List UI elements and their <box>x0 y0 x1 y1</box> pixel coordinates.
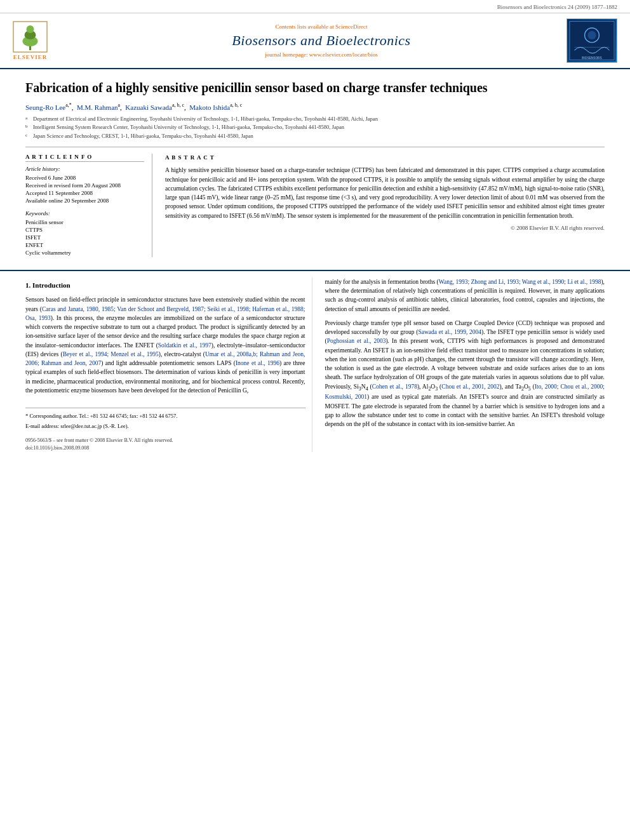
affiliations: a Department of Electrical and Electroni… <box>25 115 605 140</box>
elsevier-logo: ELSEVIER <box>13 21 48 60</box>
journal-cover-area: BIOSENSORS <box>554 18 617 63</box>
received-revised-date: Received in revised form 20 August 2008 <box>25 182 144 189</box>
affil-c: c Japan Science and Technology, CREST, 1… <box>25 132 605 140</box>
body-container: 1. Introduction Sensors based on field-e… <box>0 270 630 458</box>
article-info-col: A R T I C L E I N F O Article history: R… <box>25 154 152 257</box>
journal-citation: Biosensors and Bioelectronics 24 (2009) … <box>0 0 630 13</box>
article-authors: Seung-Ro Leea,*, M.M. Rahmana, Kazuaki S… <box>25 102 605 111</box>
article-info-abstract-section: A R T I C L E I N F O Article history: R… <box>25 147 605 257</box>
article-container: Fabrication of a highly sensitive penici… <box>0 69 630 270</box>
footnote-area: * Corresponding author. Tel.: +81 532 44… <box>25 408 305 430</box>
footnote-email: E-mail address: srlee@dee.tut.ac.jp (S.-… <box>25 422 305 430</box>
article-info-heading: A R T I C L E I N F O <box>25 154 144 162</box>
science-direct-line: Contents lists available at ScienceDirec… <box>89 23 554 30</box>
intro-para1: Sensors based on field-effect principle … <box>25 295 305 395</box>
author-seung: Seung-Ro Lee <box>25 103 65 111</box>
bottom-info: 0956-5663/$ – see front matter © 2008 El… <box>25 437 305 452</box>
keywords-label: Keywords: <box>25 210 144 217</box>
intro-para3-right: Previously charge transfer type pH senso… <box>325 319 605 429</box>
abstract-col: A B S T R A C T A highly sensitive penic… <box>165 154 605 257</box>
intro-section-title: 1. Introduction <box>25 280 305 291</box>
affil-b: b Intelligent Sensing System Research Ce… <box>25 123 605 131</box>
svg-text:BIOSENSORS: BIOSENSORS <box>582 57 601 60</box>
article-history-label: Article history: <box>25 166 144 172</box>
keyword-2: CTTPS <box>25 227 144 233</box>
keyword-3: ISFET <box>25 234 144 241</box>
author-ishida: Makoto Ishida <box>189 103 230 111</box>
svg-point-3 <box>27 25 34 33</box>
available-date: Available online 20 September 2008 <box>25 197 144 204</box>
homepage-link[interactable]: www.elsevier.com/locate/bios <box>309 51 378 58</box>
keywords-section: Keywords: Penicillin sensor CTTPS ISFET … <box>25 210 144 256</box>
science-direct-link-text[interactable]: ScienceDirect <box>335 23 367 30</box>
keyword-5: Cyclic voltammetry <box>25 250 144 256</box>
journal-cover-image: BIOSENSORS <box>566 18 617 63</box>
keyword-4: ENFET <box>25 242 144 248</box>
issn-line: 0956-5663/$ – see front matter © 2008 El… <box>25 437 305 444</box>
author-rahman: M.M. Rahman <box>77 103 117 111</box>
body-two-col: 1. Introduction Sensors based on field-e… <box>25 277 605 452</box>
journal-homepage-line: journal homepage: www.elsevier.com/locat… <box>89 51 554 58</box>
abstract-heading: A B S T R A C T <box>165 154 605 163</box>
elsevier-label: ELSEVIER <box>13 54 48 60</box>
footnote-corresponding: * Corresponding author. Tel.: +81 532 44… <box>25 412 305 420</box>
copyright-line: © 2008 Elsevier B.V. All rights reserved… <box>165 224 605 233</box>
svg-point-8 <box>587 31 596 39</box>
accepted-date: Accepted 11 September 2008 <box>25 190 144 196</box>
journal-title: Biosensors and Bioelectronics <box>89 32 554 49</box>
keyword-1: Penicillin sensor <box>25 219 144 225</box>
elsevier-tree-icon <box>13 21 48 53</box>
article-title: Fabrication of a highly sensitive penici… <box>25 79 605 96</box>
intro-para2-right: mainly for the analysis in fermentation … <box>325 277 605 314</box>
author-sawada: Kazuaki Sawada <box>125 103 172 111</box>
elsevier-logo-area: ELSEVIER <box>13 21 89 60</box>
received-date: Received 6 June 2008 <box>25 175 144 181</box>
journal-banner: ELSEVIER Contents lists available at Sci… <box>0 13 630 69</box>
doi-line: doi:10.1016/j.bios.2008.09.008 <box>25 444 305 452</box>
abstract-text: A highly sensitive penicillin biosensor … <box>165 166 605 220</box>
journal-banner-center: Contents lists available at ScienceDirec… <box>89 23 554 58</box>
svg-rect-5 <box>568 20 615 62</box>
body-left-col: 1. Introduction Sensors based on field-e… <box>25 277 312 452</box>
affil-a: a Department of Electrical and Electroni… <box>25 115 605 123</box>
body-right-col: mainly for the analysis in fermentation … <box>325 277 605 452</box>
